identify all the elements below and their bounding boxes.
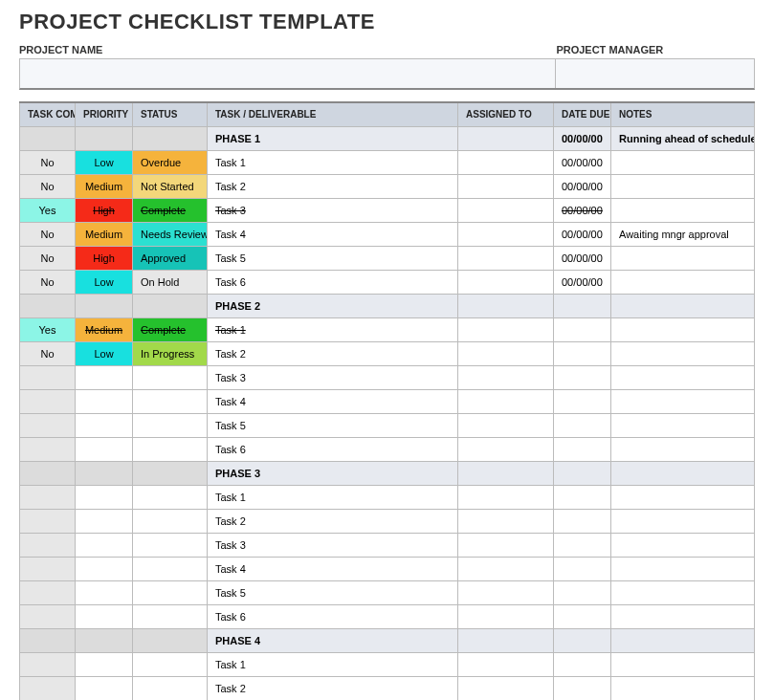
cell-date-due[interactable]: 00/00/00 — [554, 270, 611, 294]
project-manager-input[interactable] — [556, 59, 754, 88]
cell-assigned[interactable] — [458, 604, 554, 628]
cell-priority[interactable] — [76, 509, 133, 533]
cell-task[interactable]: PHASE 1 — [208, 126, 458, 150]
cell-notes[interactable] — [611, 533, 755, 557]
cell-priority[interactable] — [76, 389, 133, 413]
cell-task[interactable]: Task 2 — [208, 509, 458, 533]
cell-assigned[interactable] — [458, 341, 554, 365]
cell-task[interactable]: Task 6 — [208, 437, 458, 461]
cell-status[interactable] — [133, 365, 208, 389]
cell-notes[interactable] — [611, 461, 755, 485]
cell-status[interactable]: Not Started — [133, 174, 208, 198]
cell-date-due[interactable] — [554, 485, 611, 509]
cell-priority[interactable] — [76, 557, 133, 580]
cell-date-due[interactable] — [554, 437, 611, 461]
cell-task[interactable]: Task 4 — [208, 557, 458, 580]
cell-priority[interactable] — [76, 294, 133, 317]
cell-notes[interactable] — [611, 676, 755, 700]
cell-task[interactable]: Task 3 — [208, 198, 458, 222]
cell-assigned[interactable] — [458, 294, 554, 317]
cell-task[interactable]: Task 1 — [208, 150, 458, 174]
cell-date-due[interactable]: 00/00/00 — [554, 174, 611, 198]
cell-date-due[interactable] — [554, 341, 611, 365]
cell-task[interactable]: Task 1 — [208, 485, 458, 509]
cell-date-due[interactable] — [554, 533, 611, 557]
cell-status[interactable]: Overdue — [133, 150, 208, 174]
cell-task[interactable]: Task 5 — [208, 246, 458, 270]
cell-status[interactable]: Approved — [133, 246, 208, 270]
cell-complete[interactable] — [20, 126, 76, 150]
cell-complete[interactable] — [20, 413, 76, 437]
cell-status[interactable] — [133, 676, 208, 700]
cell-date-due[interactable] — [554, 389, 611, 413]
cell-task[interactable]: Task 1 — [208, 652, 458, 676]
cell-complete[interactable]: Yes — [20, 317, 76, 341]
cell-priority[interactable] — [76, 533, 133, 557]
cell-priority[interactable] — [76, 580, 133, 604]
cell-status[interactable] — [133, 461, 208, 485]
cell-complete[interactable] — [20, 437, 76, 461]
cell-complete[interactable] — [20, 557, 76, 580]
cell-notes[interactable] — [611, 604, 755, 628]
cell-status[interactable]: Needs Review — [133, 222, 208, 246]
cell-task[interactable]: Task 2 — [208, 676, 458, 700]
cell-complete[interactable] — [20, 533, 76, 557]
cell-task[interactable]: Task 4 — [208, 389, 458, 413]
cell-notes[interactable] — [611, 628, 755, 652]
cell-task[interactable]: PHASE 3 — [208, 461, 458, 485]
cell-complete[interactable]: No — [20, 270, 76, 294]
cell-priority[interactable] — [76, 413, 133, 437]
cell-assigned[interactable] — [458, 485, 554, 509]
cell-assigned[interactable] — [458, 676, 554, 700]
cell-status[interactable] — [133, 389, 208, 413]
cell-priority[interactable] — [76, 676, 133, 700]
cell-complete[interactable] — [20, 461, 76, 485]
cell-complete[interactable] — [20, 676, 76, 700]
cell-priority[interactable]: Low — [76, 150, 133, 174]
cell-assigned[interactable] — [458, 533, 554, 557]
cell-assigned[interactable] — [458, 174, 554, 198]
cell-status[interactable]: Complete — [133, 198, 208, 222]
cell-notes[interactable]: Running ahead of schedule — [611, 126, 755, 150]
cell-notes[interactable] — [611, 294, 755, 317]
cell-priority[interactable]: Low — [76, 270, 133, 294]
cell-priority[interactable] — [76, 437, 133, 461]
cell-priority[interactable] — [76, 604, 133, 628]
cell-date-due[interactable] — [554, 580, 611, 604]
cell-status[interactable] — [133, 652, 208, 676]
cell-task[interactable]: Task 5 — [208, 413, 458, 437]
cell-task[interactable]: Task 5 — [208, 580, 458, 604]
cell-status[interactable] — [133, 533, 208, 557]
cell-status[interactable]: In Progress — [133, 341, 208, 365]
cell-status[interactable] — [133, 580, 208, 604]
cell-status[interactable] — [133, 509, 208, 533]
cell-complete[interactable]: No — [20, 222, 76, 246]
cell-priority[interactable] — [76, 652, 133, 676]
cell-task[interactable]: Task 3 — [208, 365, 458, 389]
cell-notes[interactable] — [611, 174, 755, 198]
cell-complete[interactable] — [20, 628, 76, 652]
cell-task[interactable]: Task 3 — [208, 533, 458, 557]
cell-assigned[interactable] — [458, 246, 554, 270]
cell-date-due[interactable] — [554, 317, 611, 341]
cell-date-due[interactable] — [554, 365, 611, 389]
cell-date-due[interactable] — [554, 676, 611, 700]
cell-date-due[interactable] — [554, 557, 611, 580]
cell-assigned[interactable] — [458, 222, 554, 246]
cell-status[interactable] — [133, 437, 208, 461]
cell-status[interactable] — [133, 628, 208, 652]
cell-date-due[interactable]: 00/00/00 — [554, 246, 611, 270]
cell-complete[interactable] — [20, 652, 76, 676]
cell-priority[interactable]: Low — [76, 341, 133, 365]
cell-complete[interactable] — [20, 294, 76, 317]
cell-status[interactable] — [133, 604, 208, 628]
cell-assigned[interactable] — [458, 150, 554, 174]
cell-notes[interactable] — [611, 341, 755, 365]
cell-task[interactable]: Task 6 — [208, 604, 458, 628]
cell-priority[interactable]: Medium — [76, 174, 133, 198]
cell-status[interactable] — [133, 294, 208, 317]
cell-assigned[interactable] — [458, 652, 554, 676]
cell-assigned[interactable] — [458, 580, 554, 604]
cell-priority[interactable] — [76, 485, 133, 509]
cell-notes[interactable] — [611, 580, 755, 604]
